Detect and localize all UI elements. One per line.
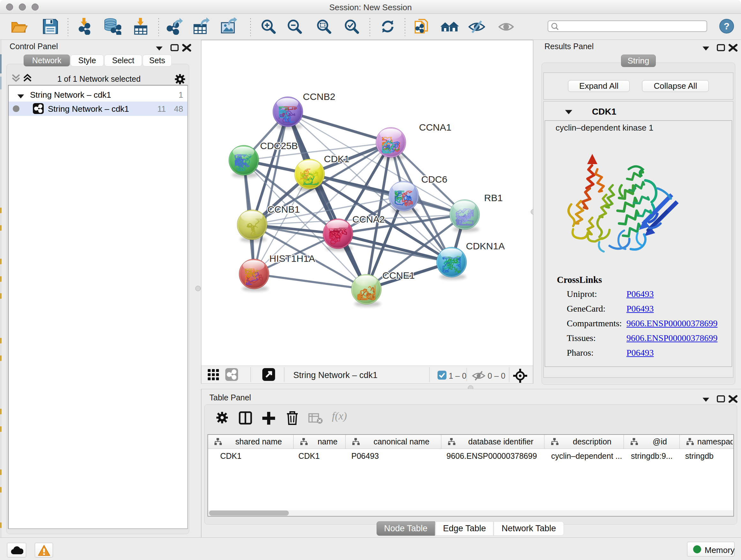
svg-text:CDC6: CDC6 bbox=[421, 174, 448, 185]
svg-text:RB1: RB1 bbox=[484, 192, 502, 203]
svg-text:CDK1: CDK1 bbox=[324, 153, 349, 164]
svg-text:CCNA1: CCNA1 bbox=[419, 122, 452, 132]
svg-text:CDKN1A: CDKN1A bbox=[466, 241, 505, 251]
svg-text:CCNB2: CCNB2 bbox=[303, 91, 335, 102]
svg-text:CCNA2: CCNA2 bbox=[352, 214, 385, 225]
svg-text:CCNE1: CCNE1 bbox=[382, 270, 415, 281]
svg-text:HIST1H1A: HIST1H1A bbox=[269, 253, 315, 264]
svg-text:?: ? bbox=[724, 21, 730, 31]
svg-text:CCNB1: CCNB1 bbox=[267, 204, 300, 214]
svg-text:CDC25B: CDC25B bbox=[260, 140, 298, 151]
